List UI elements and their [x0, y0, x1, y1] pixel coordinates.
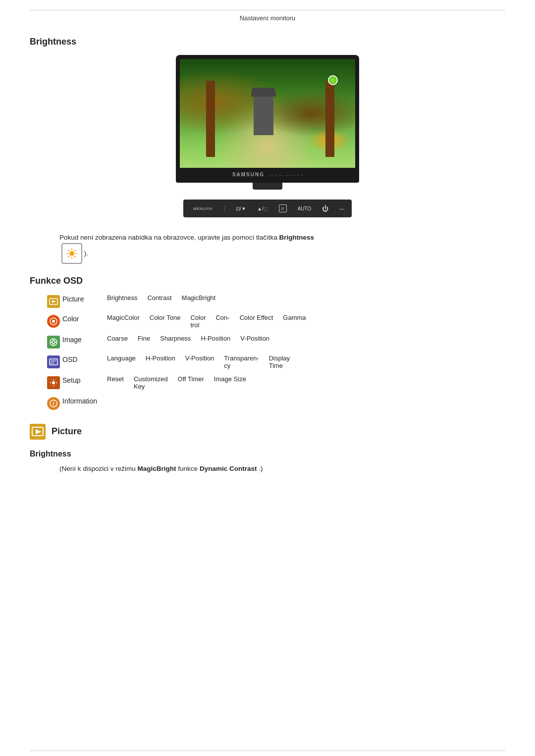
osd-items-osd: Language H-Position V-Position Transpare…	[107, 354, 473, 369]
ctrl-nav1: ⊡/▼	[236, 206, 246, 211]
monitor-stand	[253, 183, 282, 190]
osd-category-information: Information	[62, 396, 107, 405]
icon-image	[47, 336, 60, 349]
description-block: Pokud není zobrazena nabídka na obrazovc…	[59, 232, 476, 264]
ctrl-nav2: ▲/◌	[257, 206, 268, 211]
monitor-bottom: SAMSUNG — • — — — • •	[180, 168, 355, 181]
osd-items-setup: Reset CustomizedKey Off Timer Image Size	[107, 375, 473, 390]
brightness-icon-box	[61, 243, 82, 264]
monitor-dots: — • — — — • •	[267, 173, 303, 177]
svg-line-8	[68, 256, 69, 257]
description-text-before: Pokud není zobrazena nabídka na obrazovc…	[59, 234, 277, 241]
osd-heading: Funkce OSD	[30, 276, 505, 286]
icon-info: i	[47, 397, 60, 410]
brightness-subsection: Brightness (Není k dispozici v režimu Ma…	[30, 450, 505, 474]
svg-line-7	[74, 250, 75, 251]
svg-point-14	[52, 341, 55, 344]
svg-text:i: i	[53, 401, 54, 406]
brightness-subtext: (Není k dispozici v režimu MagicBright f…	[59, 463, 505, 474]
ctrl-minus: —	[339, 206, 344, 211]
osd-category-picture: Picture	[62, 294, 107, 303]
osd-category-setup: Setup	[62, 375, 107, 384]
brightness-note-bold1: MagicBright	[138, 465, 176, 472]
brightness-heading: Brightness	[30, 37, 505, 47]
osd-row-picture: Picture Brightness Contrast MagicBright	[45, 294, 473, 308]
bottom-divider	[30, 751, 505, 751]
top-divider	[30, 10, 505, 10]
description-bold: Brightness	[279, 234, 315, 241]
ctrl-power: ⏻	[322, 205, 328, 212]
osd-category-image: Image	[62, 335, 107, 344]
samsung-logo: SAMSUNG	[232, 172, 265, 177]
svg-line-5	[68, 250, 69, 251]
control-bar: MENU/IIII | ⊡/▼ ▲/◌ ⊙ AUTO ⏻ —	[183, 200, 352, 217]
icon-color	[47, 315, 60, 328]
monitor-frame: SAMSUNG — • — — — • •	[176, 55, 359, 183]
description-text-after: ).	[84, 249, 88, 256]
icon-setup	[47, 376, 60, 389]
osd-items-picture: Brightness Contrast MagicBright	[107, 294, 473, 302]
osd-row-image: Image Coarse Fine Sharpness H-Position V…	[45, 335, 473, 349]
osd-row-setup: Setup Reset CustomizedKey Off Timer Imag…	[45, 375, 473, 390]
svg-marker-27	[36, 429, 42, 434]
osd-items-color: MagicColor Color Tone Colortrol Con- Col…	[107, 314, 473, 329]
osd-category-color: Color	[62, 314, 107, 323]
picture-section-title: Picture	[52, 426, 82, 437]
ctrl-menu: MENU/IIII	[193, 206, 213, 211]
brightness-note-bold2: Dynamic Contrast	[200, 465, 257, 472]
osd-row-information: i Information	[45, 396, 473, 410]
brightness-note-after: .)	[259, 465, 263, 472]
monitor-image-area: SAMSUNG — • — — — • •	[30, 55, 505, 190]
picture-section-icon	[30, 424, 46, 440]
sun-brightness-icon	[66, 248, 77, 259]
osd-section: Funkce OSD Picture Brightness Contrast	[30, 276, 505, 410]
svg-point-12	[52, 320, 55, 323]
ctrl-input: ⊙	[279, 204, 287, 212]
ctrl-menu-label: MENU/IIII	[193, 206, 213, 211]
svg-point-0	[69, 251, 74, 256]
ctrl-auto-label: AUTO	[298, 206, 312, 211]
icon-osd	[47, 355, 60, 368]
control-bar-area: MENU/IIII | ⊡/▼ ▲/◌ ⊙ AUTO ⏻ —	[30, 200, 505, 217]
brightness-note-before: (Není k dispozici v režimu	[59, 465, 136, 472]
osd-category-osd: OSD	[62, 354, 107, 363]
svg-line-6	[74, 256, 75, 257]
osd-table: Picture Brightness Contrast MagicBright	[45, 294, 473, 410]
brightness-note-middle: funkce	[178, 465, 198, 472]
svg-point-23	[52, 381, 55, 384]
osd-items-image: Coarse Fine Sharpness H-Position V-Posit…	[107, 335, 473, 342]
osd-row-osd: OSD Language H-Position V-Position Trans…	[45, 354, 473, 369]
icon-picture	[47, 295, 60, 308]
page-title: Nastavení monitoru	[30, 14, 505, 22]
picture-section-header: Picture	[30, 424, 505, 440]
svg-marker-10	[52, 300, 56, 303]
monitor-screen	[180, 59, 355, 168]
brightness-subsection-heading: Brightness	[30, 450, 505, 458]
osd-row-color: Color MagicColor Color Tone Colortrol Co…	[45, 314, 473, 329]
